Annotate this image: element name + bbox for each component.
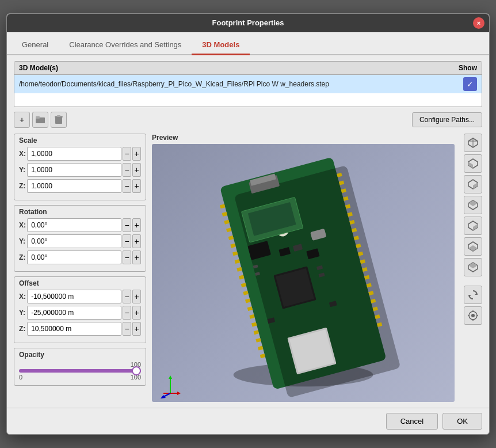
rotation-x-increment[interactable]: + (132, 218, 141, 232)
svg-rect-4 (57, 115, 60, 117)
ok-button[interactable]: OK (442, 413, 482, 430)
footprint-properties-dialog: Footprint Properties × General Clearance… (6, 13, 490, 435)
scale-y-label: Y: (19, 166, 27, 174)
browse-folder-button[interactable] (32, 112, 48, 128)
rotation-x-input[interactable] (27, 218, 121, 232)
rotation-z-decrement[interactable]: − (123, 250, 131, 264)
board-3d-svg (152, 144, 455, 402)
offset-x-row: X: − + (19, 290, 141, 303)
scale-x-decrement[interactable]: − (123, 147, 131, 161)
rotation-y-increment[interactable]: + (132, 234, 141, 248)
refresh-button[interactable] (464, 286, 482, 304)
rotation-y-row: Y: − + (19, 234, 141, 248)
model-table-row[interactable]: /home/teodor/Documents/kicad_files/Raspb… (14, 75, 482, 93)
cancel-button[interactable]: Cancel (386, 413, 438, 430)
view-left-icon (467, 199, 479, 211)
view-left-button[interactable] (464, 196, 482, 214)
svg-rect-27 (255, 338, 261, 343)
svg-rect-20 (241, 283, 246, 287)
render-settings-icon (467, 310, 479, 321)
scale-z-input[interactable] (27, 179, 121, 193)
rotation-x-decrement[interactable]: − (123, 218, 131, 232)
configure-paths-button[interactable]: Configure Paths... (412, 112, 482, 127)
offset-y-input[interactable] (27, 306, 121, 320)
rotation-group: Rotation X: − + Y: − + Z: (14, 205, 146, 272)
offset-y-decrement[interactable]: − (123, 306, 131, 320)
tab-3dmodels[interactable]: 3D Models (192, 36, 250, 55)
view-bottom-icon (467, 261, 479, 273)
opacity-slider-row (19, 369, 141, 373)
view-bottom-button[interactable] (464, 258, 482, 276)
svg-rect-21 (243, 291, 248, 295)
model-path: /home/teodor/Documents/kicad_files/Raspb… (19, 80, 463, 88)
svg-marker-87 (468, 245, 478, 251)
add-model-button[interactable]: + (14, 112, 30, 128)
folder-icon (36, 116, 45, 124)
rotation-z-increment[interactable]: + (132, 250, 141, 264)
offset-x-label: X: (19, 293, 27, 301)
rotation-z-input[interactable] (27, 250, 121, 264)
scale-z-label: Z: (19, 182, 27, 190)
svg-rect-2 (55, 117, 62, 124)
svg-rect-17 (235, 259, 240, 264)
offset-z-increment[interactable]: + (132, 322, 141, 336)
offset-x-decrement[interactable]: − (123, 290, 131, 303)
view-front-button[interactable] (464, 154, 482, 173)
svg-marker-83 (468, 200, 478, 206)
view-3d-icon (467, 137, 479, 149)
scale-group: Scale X: − + Y: − + Z: (14, 134, 146, 200)
rotation-z-label: Z: (19, 253, 27, 261)
view-right-button[interactable] (464, 217, 482, 235)
svg-rect-26 (254, 330, 259, 335)
rotation-y-input[interactable] (27, 234, 121, 248)
view-3d-button[interactable] (464, 134, 482, 152)
svg-rect-24 (249, 314, 254, 319)
scale-x-label: X: (19, 150, 27, 158)
tab-bar: General Clearance Overrides and Settings… (7, 32, 489, 55)
opacity-legend: Opacity (19, 351, 141, 359)
model-table-show-label: Show (459, 64, 477, 72)
scale-x-row: X: − + (19, 147, 141, 161)
tab-general[interactable]: General (12, 36, 59, 55)
opacity-slider-labels: 0 100 (19, 374, 141, 381)
preview-area: Preview (152, 134, 455, 402)
delete-model-button[interactable] (51, 112, 67, 128)
opacity-min-label: 0 (19, 374, 22, 381)
scale-z-decrement[interactable]: − (123, 179, 131, 193)
rotation-y-decrement[interactable]: − (123, 234, 131, 248)
scale-z-row: Z: − + (19, 179, 141, 193)
offset-x-input[interactable] (27, 290, 121, 303)
scale-y-decrement[interactable]: − (123, 163, 131, 177)
offset-x-increment[interactable]: + (132, 290, 141, 303)
svg-rect-29 (260, 354, 265, 358)
view-back-button[interactable] (464, 175, 482, 193)
close-button[interactable]: × (473, 17, 484, 29)
right-buttons (460, 134, 482, 402)
opacity-slider-fill (19, 369, 141, 373)
offset-z-input[interactable] (27, 322, 121, 336)
tab-clearance[interactable]: Clearance Overrides and Settings (59, 36, 192, 55)
refresh-icon (467, 289, 479, 301)
scale-z-increment[interactable]: + (132, 179, 141, 193)
dialog-title: Footprint Properties (212, 18, 284, 27)
svg-marker-72 (177, 392, 181, 395)
opacity-slider-thumb (132, 366, 141, 375)
rotation-z-row: Z: − + (19, 250, 141, 264)
opacity-slider-track[interactable] (19, 369, 141, 373)
scale-x-input[interactable] (27, 147, 121, 161)
scale-y-row: Y: − + (19, 163, 141, 177)
scale-y-increment[interactable]: + (132, 163, 141, 177)
main-content: 3D Model(s) Show /home/teodor/Documents/… (7, 55, 489, 408)
svg-rect-10 (220, 204, 225, 208)
offset-y-increment[interactable]: + (132, 306, 141, 320)
svg-rect-15 (230, 244, 235, 248)
scale-x-increment[interactable]: + (132, 147, 141, 161)
view-front-icon (467, 158, 479, 169)
scale-y-input[interactable] (27, 163, 121, 177)
view-top-button[interactable] (464, 237, 482, 256)
render-settings-button[interactable] (464, 306, 482, 325)
dialog-footer: Cancel OK (7, 408, 489, 434)
model-show-checkbox[interactable]: ✓ (463, 77, 477, 91)
model-table-header: 3D Model(s) Show (14, 62, 482, 75)
offset-z-decrement[interactable]: − (123, 322, 131, 336)
